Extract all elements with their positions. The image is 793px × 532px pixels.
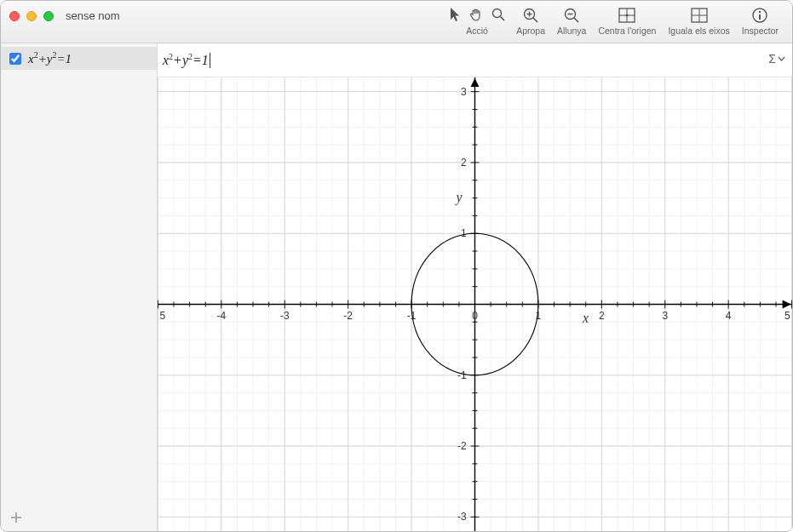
svg-text:-1: -1 <box>457 369 467 381</box>
svg-text:3: 3 <box>662 310 668 322</box>
info-icon <box>751 7 768 24</box>
svg-text:3: 3 <box>461 86 467 98</box>
svg-text:-2: -2 <box>457 440 467 452</box>
zoom-window-button[interactable] <box>43 11 54 21</box>
svg-text:4: 4 <box>726 310 732 322</box>
plus-icon <box>9 511 23 524</box>
equation-enable-checkbox[interactable] <box>9 53 21 65</box>
svg-point-17 <box>759 11 761 13</box>
magnify-icon[interactable] <box>491 7 506 25</box>
zoom-in-icon <box>522 7 539 24</box>
sigma-icon: Σ <box>768 52 776 66</box>
svg-point-12 <box>626 14 629 16</box>
svg-text:-2: -2 <box>343 310 353 322</box>
zoom-in-button[interactable]: Apropa <box>511 4 550 36</box>
svg-text:2: 2 <box>599 310 605 322</box>
svg-line-7 <box>574 18 578 22</box>
content-area: x2+y2=1 Σ -4-3-2-101234-3-2-112355xy <box>158 43 792 531</box>
equation-text: x2+y2=1 <box>28 50 72 66</box>
formula-bar[interactable]: x2+y2=1 Σ <box>158 43 792 77</box>
svg-text:-3: -3 <box>457 511 467 523</box>
sigma-menu-button[interactable]: Σ <box>768 52 785 66</box>
formula-text: x2+y2=1 <box>163 52 209 68</box>
svg-text:2: 2 <box>461 157 467 169</box>
pointer-icon[interactable] <box>448 7 462 25</box>
svg-text:-4: -4 <box>217 310 227 322</box>
svg-text:5: 5 <box>784 310 790 322</box>
center-origin-icon <box>618 7 636 24</box>
svg-text:y: y <box>455 190 463 205</box>
sidebar: x2+y2=1 <box>1 43 158 531</box>
svg-point-0 <box>493 9 502 17</box>
toolbar: Acció Apropa Allunya Centra l'origen Igu <box>445 1 784 36</box>
graph-svg: -4-3-2-101234-3-2-112355xy <box>158 77 792 531</box>
close-window-button[interactable] <box>9 11 20 21</box>
equalize-axes-button[interactable]: Iguala els eixos <box>663 4 734 36</box>
add-equation-button[interactable] <box>8 509 25 526</box>
titlebar: sense nom Acció Apropa <box>1 1 792 43</box>
zoom-out-button[interactable]: Allunya <box>552 4 591 36</box>
hand-icon[interactable] <box>468 7 484 25</box>
svg-text:0: 0 <box>472 310 478 322</box>
center-origin-button[interactable]: Centra l'origen <box>593 4 661 36</box>
svg-text:x: x <box>582 311 589 325</box>
main-area: x2+y2=1 x2+y2=1 Σ -4-3-2-101234-3-2-1123… <box>1 43 792 531</box>
equation-list-item[interactable]: x2+y2=1 <box>1 47 157 70</box>
svg-line-3 <box>533 18 537 22</box>
equalize-axes-icon <box>690 7 709 24</box>
action-tool-cluster: Acció <box>445 4 509 36</box>
minimize-window-button[interactable] <box>26 11 37 21</box>
svg-rect-18 <box>759 14 761 20</box>
window-controls <box>9 1 54 21</box>
window-title: sense nom <box>66 1 120 22</box>
svg-line-1 <box>501 16 505 20</box>
graph-canvas[interactable]: -4-3-2-101234-3-2-112355xy <box>158 77 792 531</box>
text-caret <box>210 53 210 68</box>
action-label: Acció <box>466 26 488 36</box>
zoom-out-icon <box>563 7 580 24</box>
chevron-down-icon <box>778 56 785 61</box>
svg-text:-3: -3 <box>280 310 290 322</box>
svg-text:5: 5 <box>159 310 165 322</box>
svg-text:1: 1 <box>461 227 467 239</box>
inspector-button[interactable]: Inspector <box>737 4 784 36</box>
